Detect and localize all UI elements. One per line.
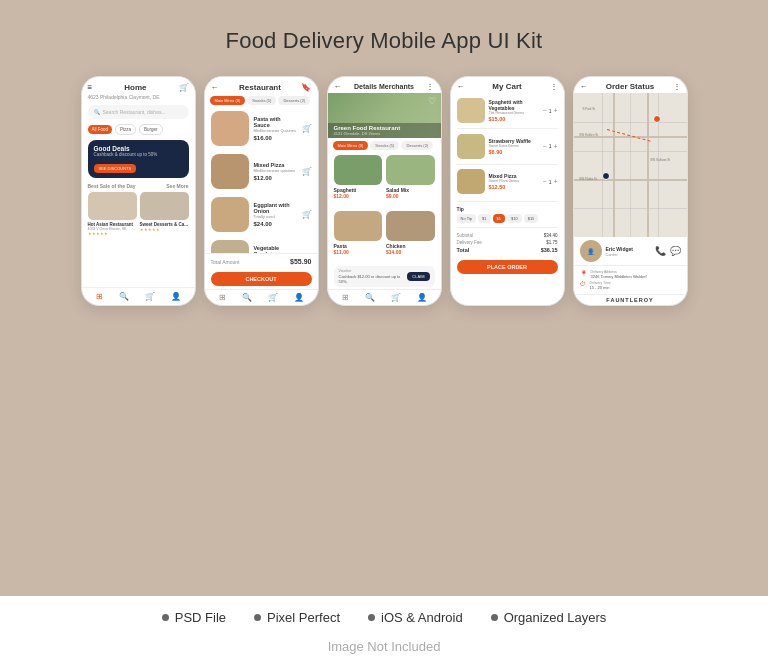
profile-nav-icon[interactable]: 👤 — [294, 293, 304, 302]
ph1-categories: All Food Pizza Burger — [82, 121, 195, 138]
ph1-title: Home — [124, 83, 146, 92]
food-rating: ★★★★★ — [88, 231, 137, 236]
delivery-time-row: ⏱ Delivery Time 15 - 20 min — [580, 280, 681, 291]
summary-total-row: Total $36.15 — [457, 246, 558, 254]
total-label: Total Amount — [211, 259, 240, 265]
decrement-button[interactable]: − — [543, 143, 547, 150]
cart-icon[interactable]: 🛒 — [179, 83, 189, 92]
ph1-header: ≡ Home 🛒 — [82, 77, 195, 94]
more-icon[interactable]: ⋮ — [550, 82, 558, 91]
phone-details-screen: ← Details Merchants ⋮ Green Food Restaur… — [328, 77, 441, 305]
tab-snacks[interactable]: Snacks (5) — [370, 141, 399, 150]
cart-nav-icon[interactable]: 🛒 — [391, 293, 401, 302]
map-street-label: S Park St — [583, 107, 596, 111]
decrement-button[interactable]: − — [543, 178, 547, 185]
home-nav-icon[interactable]: ⊞ — [96, 292, 103, 301]
quantity-control: − 1 + — [543, 143, 558, 150]
bookmark-icon[interactable]: 🔖 — [301, 83, 311, 92]
profile-nav-icon[interactable]: 👤 — [171, 292, 181, 301]
item-image — [457, 134, 485, 159]
subtotal-label: Subtotal — [457, 233, 474, 238]
voucher-text: Voucher Cashback $12.00 or discount up t… — [339, 269, 408, 284]
ph2-bottom-nav: ⊞ 🔍 🛒 👤 — [205, 289, 318, 305]
place-order-button[interactable]: PLACE ORDER — [457, 260, 558, 274]
increment-button[interactable]: + — [553, 178, 557, 185]
tip-10[interactable]: $10 — [507, 214, 522, 223]
banner-cta[interactable]: SEE DISCOUNTS — [94, 164, 137, 173]
heart-icon[interactable]: ♡ — [428, 96, 436, 106]
feature-label: iOS & Android — [381, 610, 463, 625]
ph5-header: ← Order Status ⋮ — [574, 77, 687, 93]
divider — [457, 164, 558, 165]
decrement-button[interactable]: − — [543, 107, 547, 114]
cat-all-food[interactable]: All Food — [88, 125, 113, 134]
cat-burger[interactable]: Burger — [139, 124, 163, 135]
total-label: Total — [457, 247, 470, 253]
tab-main-menu[interactable]: Main Menu (9) — [333, 141, 369, 150]
ph2-header: ← Restaurant 🔖 — [205, 77, 318, 94]
back-icon[interactable]: ← — [334, 82, 342, 91]
increment-button[interactable]: + — [553, 143, 557, 150]
food-image — [386, 211, 435, 241]
back-icon[interactable]: ← — [211, 83, 219, 92]
phone-cart-screen: ← My Cart ⋮ Spaghetti with Vegetables Th… — [451, 77, 564, 305]
delivery-time: 15 - 20 min — [590, 285, 611, 290]
list-item: Mixed Pizza Mediterranean quisines $12.0… — [205, 150, 318, 193]
add-to-cart-icon[interactable]: 🛒 — [302, 124, 312, 133]
item-price: $6.90 — [489, 149, 539, 155]
add-to-cart-icon[interactable]: 🛒 — [302, 167, 312, 176]
phones-container: ≡ Home 🛒 4623 Philadelphia Claymont, DE … — [20, 76, 748, 306]
phone-home: ≡ Home 🛒 4623 Philadelphia Claymont, DE … — [81, 76, 196, 306]
more-icon[interactable]: ⋮ — [673, 82, 681, 91]
food-info: Mixed Pizza Mediterranean quisines $12.0… — [254, 162, 297, 181]
tip-5[interactable]: $5 — [493, 214, 505, 223]
cat-pizza[interactable]: Pizza — [115, 124, 136, 135]
tip-no-tip[interactable]: No Tip — [457, 214, 477, 223]
quantity-value: 1 — [549, 143, 552, 149]
tab-desserts[interactable]: Desserts (2) — [278, 96, 310, 105]
home-nav-icon[interactable]: ⊞ — [219, 293, 226, 302]
cart-nav-icon[interactable]: 🛒 — [268, 293, 278, 302]
more-icon[interactable]: ⋮ — [426, 82, 434, 91]
search-nav-icon[interactable]: 🔍 — [119, 292, 129, 301]
back-icon[interactable]: ← — [580, 82, 588, 91]
food-image — [140, 192, 189, 220]
phone-restaurant: ← Restaurant 🔖 Main Menu (9) Snacks (5) … — [204, 76, 319, 306]
phone-home-screen: ≡ Home 🛒 4623 Philadelphia Claymont, DE … — [82, 77, 195, 305]
driver-actions: 📞 💬 — [655, 246, 681, 256]
tab-desserts[interactable]: Desserts (2) — [401, 141, 433, 150]
add-to-cart-icon[interactable]: 🛒 — [302, 210, 312, 219]
search-nav-icon[interactable]: 🔍 — [242, 293, 252, 302]
item-name: Spaghetti with Vegetables — [489, 99, 539, 111]
cart-nav-icon[interactable]: 🛒 — [145, 292, 155, 301]
ph3-voucher: Voucher Cashback $12.00 or discount up t… — [334, 266, 435, 287]
ph4-tip-section: Tip No Tip $1 $5 $10 $15 — [451, 204, 564, 225]
map-street-label: SW Holden St — [579, 133, 598, 137]
origin-pin — [602, 172, 610, 180]
banner-subtitle: Cashback & discount up to 50% — [94, 152, 183, 157]
food-image — [334, 211, 383, 241]
search-nav-icon[interactable]: 🔍 — [365, 293, 375, 302]
checkout-button[interactable]: CHECKOUT — [211, 272, 312, 286]
tip-1[interactable]: $1 — [478, 214, 490, 223]
food-name: Vegetable Omelet — [254, 245, 297, 253]
clock-icon: ⏱ — [580, 281, 586, 287]
increment-button[interactable]: + — [553, 107, 557, 114]
total-value: $55.90 — [290, 258, 311, 265]
ph1-search[interactable]: 🔍 Search Restaurant, dishes... — [88, 105, 189, 119]
message-icon[interactable]: 💬 — [670, 246, 681, 256]
home-nav-icon[interactable]: ⊞ — [342, 293, 349, 302]
claim-button[interactable]: CLAIM — [407, 272, 429, 281]
back-icon[interactable]: ← — [457, 82, 465, 91]
tip-15[interactable]: $15 — [524, 214, 539, 223]
call-icon[interactable]: 📞 — [655, 246, 666, 256]
food-price: $14.00 — [386, 249, 435, 255]
feature-dot — [491, 614, 498, 621]
tab-snacks[interactable]: Snacks (5) — [247, 96, 276, 105]
hamburger-icon[interactable]: ≡ — [88, 83, 93, 92]
destination-pin — [653, 115, 661, 123]
tab-main-menu[interactable]: Main Menu (9) — [210, 96, 246, 105]
divider — [457, 227, 558, 228]
profile-nav-icon[interactable]: 👤 — [417, 293, 427, 302]
food-price: $16.00 — [254, 135, 297, 141]
